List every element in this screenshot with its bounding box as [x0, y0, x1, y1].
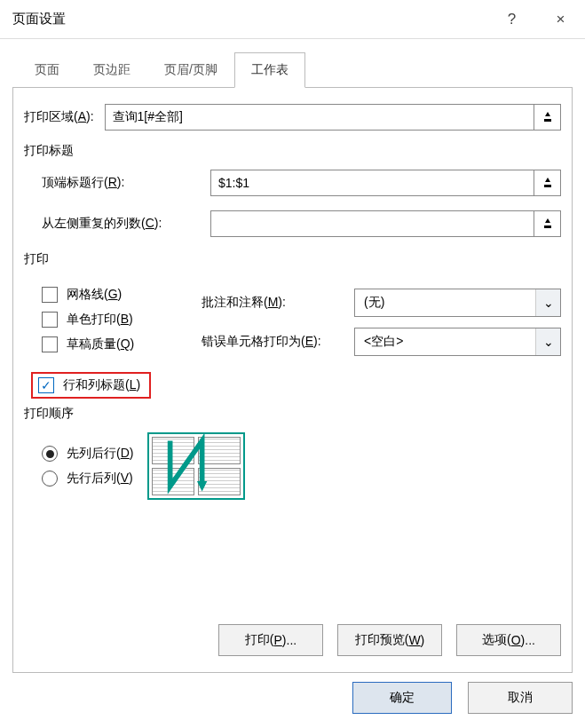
print-selects: 批注和注释(M): (无) ⌄ 错误单元格打印为(E): <空白> ⌄ — [202, 278, 561, 367]
down-over-row[interactable]: 先列后行(D) — [42, 446, 133, 462]
options-button[interactable]: 选项(O)... — [456, 624, 561, 656]
collapse-range-icon — [542, 111, 554, 123]
rowcol-label: 行和列标题(L) — [63, 377, 140, 393]
left-cols-row: 从左侧重复的列数(C): — [42, 210, 561, 237]
print-options: 网格线(G) 单色打印(B) 草稿质量(Q) 批注和注释(M): (无) ⌄ 错… — [42, 278, 561, 367]
page-order-radios: 先列后行(D) 先行后列(V) — [42, 437, 133, 495]
cancel-button[interactable]: 取消 — [468, 682, 573, 714]
sheet-panel: 打印区域(A): 打印标题 顶端标题行(R): 从左侧重复的列数(C): — [12, 87, 573, 673]
svg-rect-1 — [544, 185, 551, 187]
print-area-label: 打印区域(A): — [24, 109, 94, 125]
chevron-down-icon: ⌄ — [535, 328, 560, 355]
tab-header-footer[interactable]: 页眉/页脚 — [147, 52, 234, 88]
tab-page[interactable]: 页面 — [18, 52, 76, 88]
comments-label: 批注和注释(M): — [202, 295, 344, 311]
over-down-row[interactable]: 先行后列(V) — [42, 471, 133, 487]
rowcol-highlight: 行和列标题(L) — [31, 372, 151, 399]
comments-value: (无) — [355, 295, 535, 311]
rowcol-checkbox[interactable] — [38, 377, 54, 393]
titlebar: 页面设置 ? × — [0, 0, 585, 39]
dialog-title: 页面设置 — [12, 11, 487, 28]
svg-rect-2 — [544, 226, 551, 228]
tab-strip: 页面 页边距 页眉/页脚 工作表 — [18, 51, 576, 87]
chevron-down-icon: ⌄ — [535, 289, 560, 316]
print-button[interactable]: 打印(P)... — [218, 624, 323, 656]
dialog-footer: 确定 取消 — [0, 682, 585, 726]
ok-button[interactable]: 确定 — [352, 682, 452, 714]
gridlines-label: 网格线(G) — [67, 287, 122, 303]
left-cols-range-button[interactable] — [534, 211, 560, 236]
print-title-header: 打印标题 — [24, 143, 561, 159]
tab-margins[interactable]: 页边距 — [76, 52, 147, 88]
draft-row[interactable]: 草稿质量(Q) — [42, 336, 184, 352]
print-area-row: 打印区域(A): — [24, 104, 561, 131]
print-area-range-button[interactable] — [534, 105, 560, 130]
comments-row: 批注和注释(M): (无) ⌄ — [202, 289, 561, 317]
errors-label: 错误单元格打印为(E): — [202, 334, 344, 350]
top-rows-input[interactable] — [211, 170, 534, 195]
svg-rect-0 — [544, 119, 551, 122]
left-cols-input[interactable] — [211, 211, 534, 236]
down-over-label: 先列后行(D) — [67, 446, 133, 462]
draft-checkbox[interactable] — [42, 336, 58, 352]
errors-select[interactable]: <空白> ⌄ — [354, 328, 561, 356]
print-header: 打印 — [24, 251, 561, 267]
print-area-input-wrap — [105, 104, 561, 131]
errors-value: <空白> — [355, 334, 535, 350]
blackwhite-label: 单色打印(B) — [67, 312, 133, 328]
over-down-label: 先行后列(V) — [67, 471, 133, 487]
over-down-radio[interactable] — [42, 471, 58, 487]
gridlines-checkbox[interactable] — [42, 287, 58, 303]
top-rows-label: 顶端标题行(R): — [42, 175, 210, 191]
blackwhite-row[interactable]: 单色打印(B) — [42, 312, 184, 328]
collapse-range-icon — [542, 218, 554, 230]
comments-select[interactable]: (无) ⌄ — [354, 289, 561, 317]
collapse-range-icon — [542, 177, 554, 189]
close-button[interactable]: × — [536, 0, 585, 39]
order-arrow-icon — [149, 434, 243, 498]
print-checkboxes: 网格线(G) 单色打印(B) 草稿质量(Q) — [42, 278, 184, 367]
tab-sheet[interactable]: 工作表 — [234, 52, 305, 88]
draft-label: 草稿质量(Q) — [67, 336, 134, 352]
down-over-radio[interactable] — [42, 446, 58, 462]
blackwhite-checkbox[interactable] — [42, 312, 58, 328]
help-button[interactable]: ? — [487, 0, 536, 39]
page-order-header: 打印顺序 — [24, 406, 561, 422]
page-order-illustration — [147, 432, 245, 500]
left-cols-label: 从左侧重复的列数(C): — [42, 216, 210, 232]
print-area-input[interactable] — [106, 105, 534, 130]
panel-actions: 打印(P)... 打印预览(W) 选项(O)... — [218, 624, 561, 656]
top-rows-range-button[interactable] — [534, 170, 560, 195]
print-preview-button[interactable]: 打印预览(W) — [337, 624, 442, 656]
errors-row: 错误单元格打印为(E): <空白> ⌄ — [202, 328, 561, 356]
top-rows-row: 顶端标题行(R): — [42, 170, 561, 196]
gridlines-row[interactable]: 网格线(G) — [42, 287, 184, 303]
left-cols-input-wrap — [210, 210, 561, 237]
rowcol-row[interactable]: 行和列标题(L) — [38, 377, 140, 393]
top-rows-input-wrap — [210, 170, 561, 196]
